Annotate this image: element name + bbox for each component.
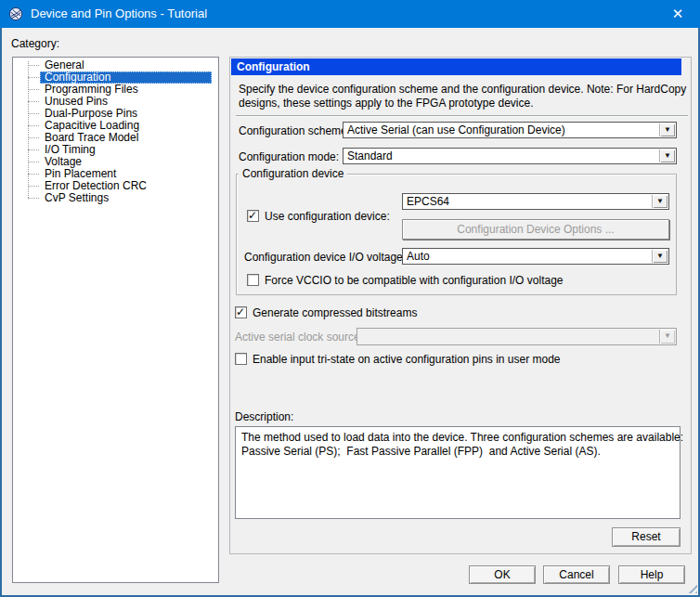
chevron-down-icon: ▼: [660, 123, 675, 136]
chevron-down-icon: ▼: [653, 195, 668, 208]
io-voltage-select[interactable]: Auto ▼: [402, 248, 669, 265]
ok-button[interactable]: OK: [469, 565, 536, 584]
window-title: Device and Pin Options - Tutorial: [31, 0, 207, 28]
chevron-down-icon: ▼: [660, 149, 675, 162]
intro-text-line2: designs, these settings apply to the FPG…: [239, 97, 534, 110]
force-vccio-label: Force VCCIO to be compatible with config…: [265, 274, 564, 287]
active-serial-clock-source-select[interactable]: ▼: [356, 328, 677, 345]
dropdown-button[interactable]: ▼: [652, 195, 668, 208]
reset-button[interactable]: Reset: [612, 527, 681, 547]
dropdown-button[interactable]: ▼: [659, 123, 675, 136]
configuration-mode-label: Configuration mode:: [239, 150, 339, 163]
category-tree[interactable]: General Configuration Programming Files …: [12, 57, 219, 583]
dropdown-button[interactable]: ▼: [659, 149, 675, 162]
generate-compressed-bitstreams-checkbox[interactable]: ✓: [235, 306, 247, 318]
section-header: Configuration: [231, 58, 681, 75]
intro-text-line1: Specify the device configuration scheme …: [239, 83, 686, 97]
check-icon: ✓: [248, 209, 257, 222]
resize-grip[interactable]: [685, 581, 697, 593]
generate-compressed-bitstreams-label: Generate compressed bitstreams: [253, 306, 417, 319]
configuration-scheme-select[interactable]: Active Serial (can use Configuration Dev…: [343, 122, 677, 138]
separator: [236, 115, 688, 117]
description-text-line1: The method used to load data into the de…: [241, 431, 674, 445]
dropdown-button[interactable]: ▼: [652, 250, 668, 263]
configuration-scheme-value: Active Serial (can use Configuration Dev…: [347, 123, 658, 136]
configuration-device-value: EPCS64: [407, 195, 651, 208]
sidebar-item-label: CvP Settings: [40, 192, 212, 204]
quartus-app-icon: [8, 6, 23, 21]
use-configuration-device-label: Use configuration device:: [265, 210, 390, 223]
force-vccio-checkbox[interactable]: [247, 274, 259, 286]
configuration-panel: Configuration Specify the device configu…: [229, 57, 692, 554]
active-serial-clock-source-value: [361, 330, 658, 343]
category-label: Category:: [11, 37, 59, 50]
enable-input-tristate-checkbox[interactable]: [235, 353, 247, 365]
chevron-down-icon: ▼: [653, 250, 668, 263]
description-box: The method used to load data into the de…: [235, 426, 681, 519]
title-bar[interactable]: Device and Pin Options - Tutorial ✕: [0, 0, 700, 28]
chevron-down-icon: ▼: [660, 330, 675, 343]
tree-connector-line: [28, 61, 29, 198]
enable-input-tristate-label: Enable input tri-state on active configu…: [253, 353, 561, 366]
cancel-button[interactable]: Cancel: [543, 565, 610, 584]
configuration-mode-select[interactable]: Standard ▼: [343, 148, 677, 164]
active-serial-clock-source-label: Active serial clock source:: [235, 331, 363, 344]
close-button[interactable]: ✕: [659, 0, 696, 28]
sidebar-item-cvp-settings[interactable]: CvP Settings: [40, 192, 212, 204]
description-label: Description:: [235, 410, 293, 423]
device-pin-options-dialog: Device and Pin Options - Tutorial ✕ Cate…: [0, 0, 700, 597]
configuration-mode-value: Standard: [347, 149, 658, 162]
use-configuration-device-checkbox[interactable]: ✓: [247, 210, 259, 222]
configuration-device-options-button[interactable]: Configuration Device Options ...: [402, 219, 669, 240]
configuration-device-select[interactable]: EPCS64 ▼: [402, 193, 669, 210]
close-icon: ✕: [672, 6, 684, 21]
check-icon: ✓: [236, 305, 245, 318]
help-button[interactable]: Help: [618, 565, 685, 584]
description-text-line2: Passive Serial (PS); Fast Passive Parall…: [241, 445, 674, 459]
dropdown-button[interactable]: ▼: [659, 330, 675, 344]
configuration-device-group-title: Configuration device: [239, 167, 347, 180]
io-voltage-label: Configuration device I/O voltage:: [244, 251, 406, 264]
configuration-scheme-label: Configuration scheme:: [239, 124, 350, 137]
io-voltage-value: Auto: [407, 250, 651, 263]
